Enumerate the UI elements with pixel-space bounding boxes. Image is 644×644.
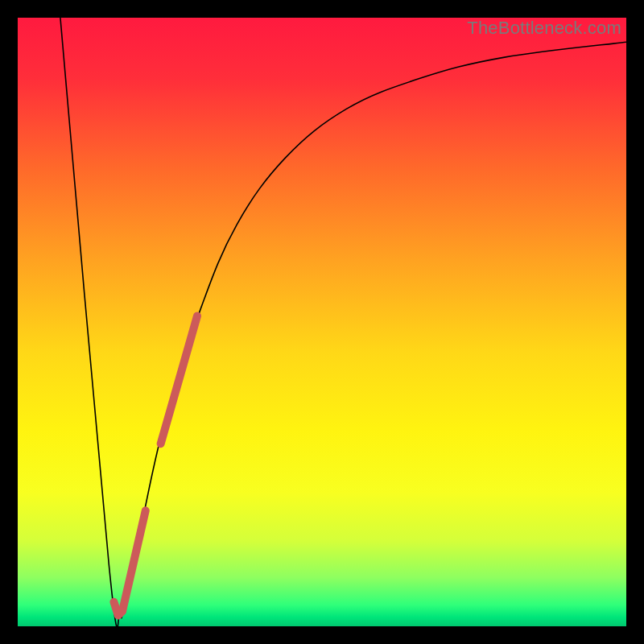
plot-area: TheBottleneck.com: [18, 18, 626, 626]
chart-svg: [18, 18, 626, 626]
chart-frame: TheBottleneck.com: [0, 0, 644, 644]
watermark-text: TheBottleneck.com: [467, 18, 621, 39]
gradient-background: [18, 18, 626, 626]
